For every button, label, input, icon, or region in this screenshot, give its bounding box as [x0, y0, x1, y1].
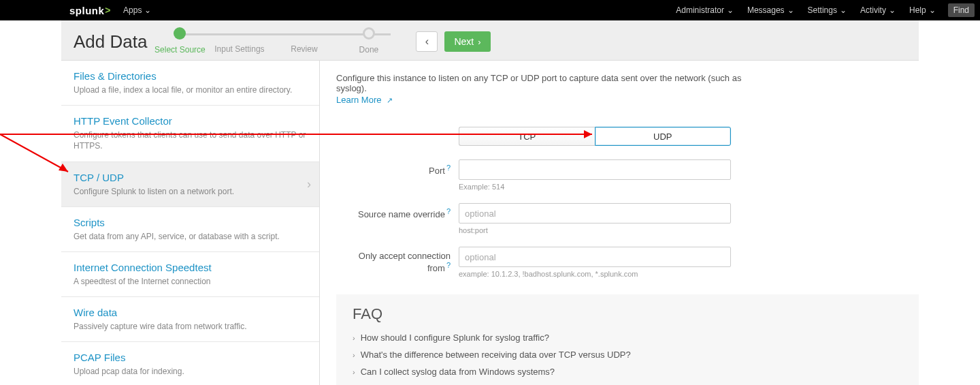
wizard-dot-hollow — [363, 27, 375, 40]
settings-menu[interactable]: Settings⌄ — [801, 5, 853, 15]
wizard-dot-active — [174, 27, 186, 40]
sidebar-item-scripts[interactable]: Scripts Get data from any API, service, … — [61, 207, 319, 252]
port-label: Port? — [336, 159, 459, 176]
chevron-right-icon: › — [307, 177, 311, 191]
wizard-label: Input Settings — [214, 44, 264, 54]
external-link-icon: ↗ — [387, 96, 393, 104]
brand-caret-icon: > — [105, 5, 111, 16]
sidebar-item-desc: A speedtest of the Internet connection — [74, 276, 307, 287]
sidebar-item-tcp-udp[interactable]: TCP / UDP Configure Splunk to listen on … — [61, 162, 319, 207]
settings-label: Settings — [808, 5, 837, 15]
wizard-label: Select Source — [154, 45, 206, 55]
source-name-input[interactable] — [459, 203, 731, 224]
caret-right-icon: › — [353, 368, 355, 376]
caret-right-icon: › — [353, 334, 355, 342]
source-name-hint: host:port — [459, 226, 731, 234]
content: Files & Directories Upload a file, index… — [61, 61, 919, 385]
chevron-left-icon: ‹ — [425, 35, 429, 48]
port-hint: Example: 514 — [459, 183, 731, 191]
wizard-step-done: Done — [336, 29, 401, 55]
chevron-down-icon: ⌄ — [787, 5, 794, 15]
faq-item[interactable]: ›What's the difference between receiving… — [353, 350, 902, 360]
caret-right-icon: › — [353, 351, 355, 359]
port-label-text: Port — [429, 166, 445, 176]
sidebar-item-title: PCAP Files — [74, 352, 307, 363]
activity-menu[interactable]: Activity⌄ — [853, 5, 902, 15]
sidebar-item-desc: Upload pcap data for indexing. — [74, 366, 307, 377]
apps-menu[interactable]: Apps ⌄ — [116, 5, 158, 15]
sidebar-item-pcap[interactable]: PCAP Files Upload pcap data for indexing… — [61, 342, 319, 385]
tcp-toggle[interactable]: TCP — [459, 127, 595, 146]
udp-toggle[interactable]: UDP — [595, 127, 732, 146]
sidebar-item-title: Wire data — [74, 307, 307, 318]
chevron-right-icon: › — [478, 37, 480, 47]
faq-question: How should I configure Splunk for syslog… — [361, 333, 549, 343]
help-label: Help — [909, 5, 926, 15]
instruction-text: Configure this instance to listen on any… — [336, 73, 758, 93]
sidebar-item-wiredata[interactable]: Wire data Passively capture wire data fr… — [61, 297, 319, 342]
wizard-label: Done — [359, 45, 379, 55]
sidebar-item-title: HTTP Event Collector — [74, 115, 307, 127]
accept-from-row: Only accept connection from? example: 10… — [336, 247, 919, 278]
wizard-step-select-source[interactable]: Select Source — [152, 29, 207, 55]
sidebar-item-title: TCP / UDP — [74, 172, 307, 183]
help-icon[interactable]: ? — [446, 261, 451, 269]
sidebar-item-desc: Upload a file, index a local file, or mo… — [74, 84, 307, 95]
chevron-down-icon: ⌄ — [144, 5, 151, 15]
sidebar-item-desc: Get data from any API, service, or datab… — [74, 231, 307, 242]
protocol-toggle: TCP UDP — [459, 127, 731, 146]
messages-menu[interactable]: Messages⌄ — [740, 5, 801, 15]
wizard-step-input-settings: Input Settings — [207, 29, 272, 54]
brand-text: splunk — [69, 5, 104, 16]
accept-from-label-text: Only accept connection from — [359, 251, 451, 273]
learn-more-label: Learn More — [336, 95, 381, 105]
sidebar-item-title: Files & Directories — [74, 70, 307, 82]
faq-title: FAQ — [353, 305, 902, 323]
port-row: Port? Example: 514 — [336, 159, 919, 191]
chevron-down-icon: ⌄ — [929, 5, 936, 15]
next-button[interactable]: Next › — [444, 31, 490, 52]
port-input[interactable] — [459, 159, 731, 180]
apps-label: Apps — [123, 5, 142, 15]
source-type-sidebar: Files & Directories Upload a file, index… — [61, 61, 320, 385]
help-menu[interactable]: Help⌄ — [902, 5, 943, 15]
top-nav: splunk> Apps ⌄ Administrator⌄ Messages⌄ … — [0, 0, 980, 20]
sidebar-item-speedtest[interactable]: Internet Connection Speedtest A speedtes… — [61, 252, 319, 297]
sidebar-item-title: Internet Connection Speedtest — [74, 262, 307, 273]
chevron-down-icon: ⌄ — [889, 5, 896, 15]
sidebar-item-http[interactable]: HTTP Event Collector Configure tokens th… — [61, 106, 319, 161]
subheader: Add Data Select Source Input Settings Re… — [61, 20, 919, 61]
page-title: Add Data — [74, 31, 147, 52]
wizard: Select Source Input Settings Review Done — [169, 29, 401, 55]
sidebar-item-desc: Configure Splunk to listen on a network … — [74, 186, 307, 197]
back-button[interactable]: ‹ — [416, 31, 438, 52]
sidebar-item-title: Scripts — [74, 217, 307, 228]
faq-item[interactable]: ›How should I configure Splunk for syslo… — [353, 333, 902, 343]
learn-more-link[interactable]: Learn More ↗ — [336, 95, 393, 105]
wizard-step-review: Review — [272, 29, 336, 54]
faq-section: FAQ ›How should I configure Splunk for s… — [336, 294, 919, 385]
sidebar-item-desc: Passively capture wire data from network… — [74, 321, 307, 332]
administrator-menu[interactable]: Administrator⌄ — [669, 5, 740, 15]
messages-label: Messages — [747, 5, 785, 15]
brand-logo: splunk> — [67, 5, 116, 16]
find-button[interactable]: Find — [948, 3, 975, 17]
activity-label: Activity — [860, 5, 886, 15]
chevron-down-icon: ⌄ — [727, 5, 734, 15]
wizard-label: Review — [291, 44, 317, 54]
sidebar-item-files[interactable]: Files & Directories Upload a file, index… — [61, 61, 319, 106]
faq-item[interactable]: ›Can I collect syslog data from Windows … — [353, 367, 902, 377]
help-icon[interactable]: ? — [446, 207, 451, 215]
main-pane: Configure this instance to listen on any… — [320, 61, 919, 385]
help-icon[interactable]: ? — [446, 164, 451, 172]
accept-from-label: Only accept connection from? — [336, 247, 459, 273]
chevron-down-icon: ⌄ — [840, 5, 847, 15]
administrator-label: Administrator — [676, 5, 724, 15]
accept-from-hint: example: 10.1.2.3, !badhost.splunk.com, … — [459, 270, 731, 278]
next-label: Next — [454, 36, 474, 47]
faq-question: What's the difference between receiving … — [361, 350, 631, 360]
source-name-row: Source name override? host:port — [336, 203, 919, 234]
faq-question: Can I collect syslog data from Windows s… — [361, 367, 555, 377]
source-name-label-text: Source name override — [358, 209, 445, 219]
accept-from-input[interactable] — [459, 247, 731, 267]
